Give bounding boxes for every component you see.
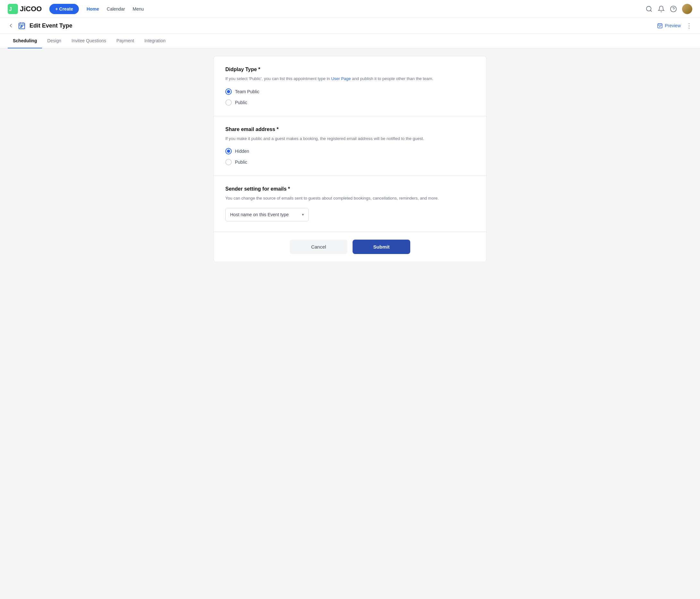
sender-dropdown-value: Host name on this Event type: [230, 212, 289, 217]
submit-button[interactable]: Submit: [353, 240, 410, 254]
back-button[interactable]: [8, 22, 14, 29]
sender-dropdown[interactable]: Host name on this Event type ▾: [225, 208, 309, 222]
radio-share-public-outer: [225, 159, 232, 165]
form-buttons: Cancel Submit: [214, 232, 486, 262]
avatar[interactable]: [682, 4, 692, 14]
display-type-public[interactable]: Public: [225, 99, 475, 106]
logo-text: JiCOO: [20, 5, 42, 13]
display-type-description: If you select 'Public', you can list thi…: [225, 76, 475, 82]
radio-hidden-outer: [225, 148, 232, 154]
nav-link-menu[interactable]: Menu: [133, 6, 144, 11]
tab-integration[interactable]: Integration: [139, 34, 171, 48]
share-email-radio-group: Hidden Public: [225, 148, 475, 165]
nav-link-calendar[interactable]: Calendar: [107, 6, 125, 11]
share-email-public[interactable]: Public: [225, 159, 475, 165]
display-type-public-label: Public: [235, 100, 247, 105]
edit-event-icon: [18, 22, 26, 29]
nav-link-home[interactable]: Home: [86, 6, 99, 11]
radio-hidden-inner: [227, 150, 230, 153]
sender-setting-description: You can change the source of emails sent…: [225, 195, 475, 202]
settings-card: Didplay Type * If you select 'Public', y…: [214, 56, 486, 262]
bell-icon[interactable]: [658, 5, 665, 12]
preview-button[interactable]: Preview: [657, 23, 681, 28]
nav-links: Home Calendar Menu: [86, 6, 144, 11]
chevron-down-icon: ▾: [302, 212, 304, 217]
logo: J JiCOO: [8, 4, 42, 14]
tab-scheduling[interactable]: Scheduling: [8, 34, 42, 48]
svg-point-2: [647, 6, 651, 11]
display-type-radio-group: Team Public Public: [225, 88, 475, 106]
page-header: Edit Event Type Preview ⋮: [0, 18, 700, 34]
share-email-public-label: Public: [235, 159, 247, 165]
more-options-button[interactable]: ⋮: [686, 22, 692, 29]
share-email-description: If you make it public and a guest makes …: [225, 135, 475, 142]
top-nav: J JiCOO + Create Home Calendar Menu: [0, 0, 700, 18]
share-email-section: Share email address * If you make it pub…: [214, 116, 486, 176]
sender-dropdown-wrapper: Host name on this Event type ▾: [225, 208, 475, 222]
cancel-button[interactable]: Cancel: [290, 240, 347, 254]
user-page-link[interactable]: User Page: [331, 76, 351, 81]
help-icon[interactable]: [670, 5, 677, 12]
sender-setting-title: Sender setting for emails *: [225, 186, 475, 192]
nav-right: [646, 4, 692, 14]
display-type-team-public[interactable]: Team Public: [225, 88, 475, 95]
preview-icon: [657, 23, 663, 28]
svg-line-3: [650, 10, 652, 11]
tab-invitee-questions[interactable]: Invitee Questions: [66, 34, 111, 48]
tab-bar: Scheduling Design Invitee Questions Paym…: [0, 34, 700, 48]
radio-public-outer: [225, 99, 232, 106]
logo-icon: J: [8, 4, 18, 14]
main-content: Didplay Type * If you select 'Public', y…: [206, 48, 494, 270]
display-type-team-public-label: Team Public: [235, 89, 259, 94]
sender-setting-section: Sender setting for emails * You can chan…: [214, 176, 486, 232]
tab-design[interactable]: Design: [42, 34, 66, 48]
page-title: Edit Event Type: [29, 22, 72, 29]
header-actions: Preview ⋮: [657, 22, 692, 29]
search-icon[interactable]: [646, 5, 653, 12]
share-email-hidden[interactable]: Hidden: [225, 148, 475, 154]
radio-team-public-inner: [227, 90, 230, 93]
display-type-section: Didplay Type * If you select 'Public', y…: [214, 56, 486, 116]
display-type-title: Didplay Type *: [225, 67, 475, 72]
share-email-title: Share email address *: [225, 127, 475, 132]
svg-rect-10: [658, 24, 662, 28]
share-email-hidden-label: Hidden: [235, 149, 249, 154]
tab-payment[interactable]: Payment: [111, 34, 139, 48]
create-button[interactable]: + Create: [49, 4, 79, 14]
svg-text:J: J: [9, 6, 12, 12]
radio-team-public-outer: [225, 88, 232, 95]
